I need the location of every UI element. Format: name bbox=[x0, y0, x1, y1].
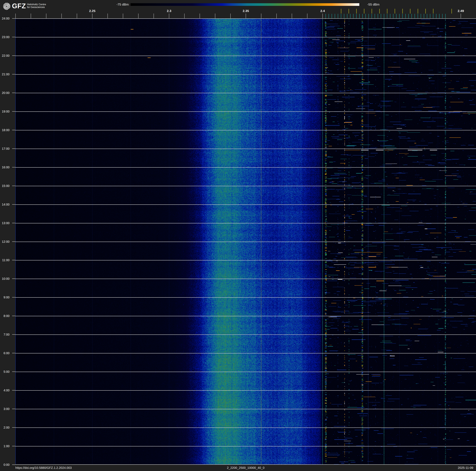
time-axis-label: 13:00 bbox=[0, 221, 10, 225]
bluetooth-channel-tick bbox=[365, 14, 366, 18]
bluetooth-channel-tick bbox=[415, 14, 415, 18]
time-axis-tick bbox=[12, 93, 15, 93]
time-axis-tick bbox=[12, 260, 15, 260]
colorbar-min-label: -75 dBm bbox=[0, 3, 129, 6]
doi-link[interactable]: https://doi.org/10.5880/GFZ.1.2.2024.003 bbox=[15, 466, 72, 470]
time-axis-label: 20:00 bbox=[0, 91, 10, 95]
bluetooth-channel-tick bbox=[338, 14, 338, 18]
wifi-channel-tick bbox=[349, 9, 349, 14]
time-axis-label: 22:00 bbox=[0, 54, 10, 57]
freq-minor-tick bbox=[261, 14, 261, 18]
time-axis-label: 9:00 bbox=[0, 295, 10, 299]
bluetooth-channel-tick bbox=[325, 14, 326, 18]
bluetooth-channel-tick bbox=[372, 14, 372, 18]
freq-minor-tick bbox=[77, 14, 77, 18]
freq-minor-tick bbox=[307, 14, 307, 18]
time-axis-label: 4:00 bbox=[0, 388, 10, 392]
freq-minor-tick bbox=[215, 14, 215, 18]
wifi-channel-tick bbox=[387, 9, 387, 14]
freq-axis-label: 2.3 bbox=[162, 9, 176, 13]
time-axis-label: 15:00 bbox=[0, 184, 10, 188]
wifi-channel-tick bbox=[425, 9, 426, 14]
time-axis-tick bbox=[12, 390, 15, 390]
freq-minor-tick bbox=[31, 14, 31, 18]
time-axis-tick bbox=[12, 241, 15, 242]
freq-minor-tick bbox=[123, 14, 123, 18]
freq-minor-tick bbox=[276, 14, 277, 18]
bluetooth-channel-tick bbox=[405, 14, 406, 18]
time-axis-label: 23:00 bbox=[0, 35, 10, 39]
time-axis-tick bbox=[12, 74, 15, 74]
wifi-channel-tick bbox=[402, 9, 403, 14]
freq-minor-tick bbox=[138, 14, 138, 18]
freq-minor-tick bbox=[323, 14, 323, 18]
freq-axis-label: 2.4 bbox=[316, 9, 329, 13]
time-axis-label: 3:00 bbox=[0, 407, 10, 411]
colorbar-gradient bbox=[131, 3, 359, 6]
time-axis-label: 18:00 bbox=[0, 128, 10, 132]
time-axis-tick bbox=[12, 18, 15, 18]
bluetooth-channel-tick bbox=[332, 14, 332, 18]
freq-minor-tick bbox=[61, 14, 62, 18]
freq-minor-tick bbox=[169, 14, 169, 18]
wifi-channel-tick bbox=[418, 9, 418, 14]
colorbar-max-label: -55 dBm bbox=[367, 3, 379, 6]
wifi-channel-tick bbox=[341, 9, 341, 14]
time-axis-tick bbox=[12, 409, 15, 409]
time-axis-label: 11:00 bbox=[0, 258, 10, 262]
time-axis-label: 14:00 bbox=[0, 203, 10, 206]
bluetooth-channel-tick bbox=[430, 14, 430, 18]
bluetooth-channel-tick bbox=[359, 14, 360, 18]
time-axis-tick bbox=[12, 55, 15, 56]
bluetooth-channel-tick bbox=[369, 14, 369, 18]
bluetooth-channel-tick bbox=[427, 14, 427, 18]
freq-minor-tick bbox=[107, 14, 108, 18]
wifi-channel-tick bbox=[372, 9, 372, 14]
bluetooth-channel-tick bbox=[390, 14, 390, 18]
time-axis-tick bbox=[12, 316, 15, 316]
wifi-channel-tick bbox=[379, 9, 380, 14]
freq-minor-tick bbox=[292, 14, 292, 18]
time-axis-label: 21:00 bbox=[0, 72, 10, 76]
bluetooth-channel-tick bbox=[402, 14, 403, 18]
time-axis-tick bbox=[12, 446, 15, 446]
time-axis-tick bbox=[12, 167, 15, 167]
time-axis-label: 19:00 bbox=[0, 109, 10, 113]
time-axis-tick bbox=[12, 130, 15, 130]
wifi-channel-tick bbox=[395, 9, 395, 14]
freq-minor-tick bbox=[15, 14, 16, 18]
bluetooth-channel-tick bbox=[421, 14, 421, 18]
wifi-channel-tick bbox=[356, 9, 357, 14]
time-axis-label: 2:00 bbox=[0, 426, 10, 429]
bluetooth-channel-tick bbox=[344, 14, 344, 18]
time-axis-tick bbox=[12, 372, 15, 372]
bluetooth-channel-tick bbox=[329, 14, 329, 18]
bluetooth-channel-tick bbox=[335, 14, 335, 18]
bluetooth-channel-tick bbox=[356, 14, 357, 18]
time-axis-label: 6:00 bbox=[0, 351, 10, 355]
freq-minor-tick bbox=[200, 14, 200, 18]
bluetooth-channel-tick bbox=[362, 14, 363, 18]
wifi-channel-tick bbox=[433, 9, 433, 14]
freq-axis-label: 2.25 bbox=[85, 9, 99, 13]
time-axis-tick bbox=[12, 37, 15, 37]
spectrogram-canvas bbox=[15, 18, 476, 465]
freq-minor-tick bbox=[184, 14, 185, 18]
bluetooth-channel-tick bbox=[387, 14, 387, 18]
bluetooth-channel-tick bbox=[411, 14, 412, 18]
time-axis-label: 5:00 bbox=[0, 370, 10, 374]
time-axis-label: 16:00 bbox=[0, 165, 10, 169]
date-label: 2025-11-09 bbox=[458, 466, 473, 470]
bluetooth-channel-tick bbox=[350, 14, 350, 18]
time-axis-label: 7:00 bbox=[0, 333, 10, 336]
time-axis-tick bbox=[12, 186, 15, 186]
freq-minor-tick bbox=[92, 14, 92, 18]
time-axis-tick bbox=[12, 111, 15, 112]
freq-minor-tick bbox=[153, 14, 154, 18]
bluetooth-channel-tick bbox=[396, 14, 396, 18]
freq-axis-label: 2.49 bbox=[454, 9, 468, 13]
bluetooth-channel-tick bbox=[381, 14, 381, 18]
time-axis-label: 17:00 bbox=[0, 147, 10, 150]
time-axis-tick bbox=[12, 223, 15, 223]
bluetooth-channel-tick bbox=[424, 14, 424, 18]
